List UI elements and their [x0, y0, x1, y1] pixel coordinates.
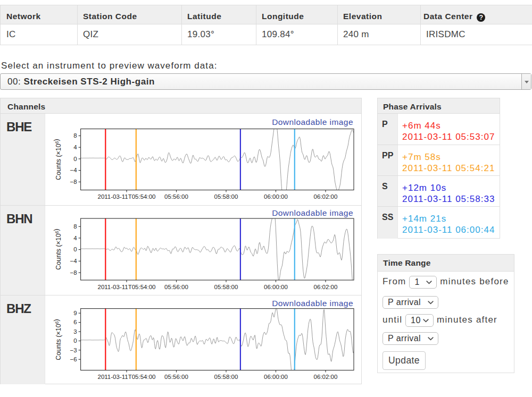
svg-text:06:00:00: 06:00:00 — [264, 284, 288, 290]
svg-text:05:58:00: 05:58:00 — [214, 284, 238, 290]
svg-text:−4: −4 — [70, 258, 77, 264]
svg-text:05:58:00: 05:58:00 — [214, 374, 238, 380]
svg-text:4: 4 — [73, 144, 77, 150]
svg-text:06:00:00: 06:00:00 — [264, 374, 288, 380]
svg-text:4: 4 — [73, 235, 77, 241]
svg-text:2011-03-11T05:54:00: 2011-03-11T05:54:00 — [98, 284, 156, 290]
svg-text:05:56:00: 05:56:00 — [164, 193, 188, 200]
svg-text:06:02:00: 06:02:00 — [314, 284, 338, 290]
svg-text:05:56:00: 05:56:00 — [164, 374, 188, 380]
svg-text:06:00:00: 06:00:00 — [264, 193, 288, 200]
svg-text:2011-03-11T05:54:00: 2011-03-11T05:54:00 — [98, 374, 156, 380]
svg-text:9: 9 — [73, 310, 77, 316]
svg-text:0: 0 — [73, 337, 77, 344]
svg-text:Counts (×106): Counts (×106) — [53, 229, 62, 269]
svg-text:0: 0 — [73, 156, 77, 162]
svg-text:Counts (×106): Counts (×106) — [53, 139, 62, 180]
svg-text:−4: −4 — [70, 167, 77, 173]
svg-text:−8: −8 — [70, 179, 77, 185]
svg-text:−6: −6 — [70, 356, 77, 362]
svg-text:05:56:00: 05:56:00 — [164, 284, 188, 290]
svg-text:06:02:00: 06:02:00 — [314, 193, 338, 200]
svg-text:2011-03-11T05:54:00: 2011-03-11T05:54:00 — [98, 193, 156, 200]
svg-text:0: 0 — [73, 246, 77, 252]
svg-text:05:58:00: 05:58:00 — [214, 193, 238, 200]
svg-text:06:02:00: 06:02:00 — [314, 374, 338, 380]
svg-text:3: 3 — [73, 328, 77, 335]
svg-text:8: 8 — [73, 223, 77, 230]
svg-text:8: 8 — [73, 132, 77, 139]
svg-text:−3: −3 — [70, 347, 77, 353]
svg-text:6: 6 — [73, 319, 77, 325]
svg-text:Counts (×106): Counts (×106) — [53, 319, 62, 360]
svg-text:−8: −8 — [70, 269, 77, 276]
